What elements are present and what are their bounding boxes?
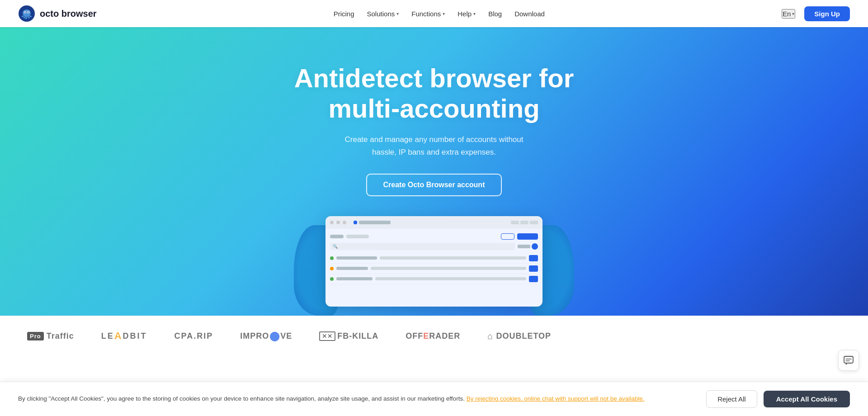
partner-leadbit: LEADBIT [101,330,147,342]
nav-solutions[interactable]: Solutions ▾ [367,10,399,18]
tab-icon [354,221,357,224]
hero-title: Antidetect browser for multi-accounting [276,63,592,123]
browser-dot-maximize [343,221,346,224]
language-selector[interactable]: En ▾ [782,9,795,19]
navbar-right: En ▾ Sign Up [782,6,850,21]
partner-offerader: OFFERADER [406,331,460,341]
solutions-chevron-icon: ▾ [396,11,399,16]
browser-search-controls [518,243,538,250]
browser-body: 🔍 [326,229,542,289]
partners-strip: Pro Traffic LEADBIT CPA.RIP IMPRO⬤VE ✕✕ … [0,316,868,356]
browser-controls [511,221,538,224]
svg-point-5 [28,12,28,13]
browser-list-item-2 [330,264,538,274]
browser-mockup: 🔍 [326,216,542,307]
logo-area: octo browser [18,5,97,22]
main-nav: Pricing Solutions ▾ Functions ▾ Help ▾ B… [334,10,545,18]
nav-functions[interactable]: Functions ▾ [411,10,445,18]
partner-doubletop: ⌂ DOUBLETOP [487,331,551,341]
partner-protraffic: Pro Traffic [27,331,74,341]
browser-search-bar: 🔍 [330,243,515,250]
hero-cta-button[interactable]: Create Octo Browser account [366,174,502,196]
svg-point-4 [24,12,25,13]
browser-dot-close [330,221,334,224]
lang-chevron-icon: ▾ [792,11,794,16]
browser-topbar [326,216,542,229]
address-bar [359,221,391,224]
functions-chevron-icon: ▾ [443,11,445,16]
hero-browser-illustration: 🔍 [307,216,561,316]
chat-icon [843,355,854,356]
chat-support-button[interactable] [838,350,859,356]
browser-btn-outline [501,233,514,240]
logo-text: octo browser [40,9,97,19]
partner-cparip: CPA.RIP [175,331,213,341]
hero-section: Antidetect browser for multi-accounting … [0,27,868,316]
nav-help[interactable]: Help ▾ [458,10,476,18]
browser-btn-blue [517,233,538,240]
partner-improve: IMPRO⬤VE [240,331,292,341]
browser-list-item-3 [330,274,538,284]
nav-blog[interactable]: Blog [488,10,502,18]
browser-search-row: 🔍 [330,243,538,250]
status-dot-green [330,256,334,260]
browser-dot-minimize [336,221,340,224]
refresh-icon [532,243,538,250]
hero-subtitle: Create and manage any number of accounts… [335,133,533,158]
nav-pricing[interactable]: Pricing [334,10,354,18]
browser-list-item-1 [330,253,538,264]
status-dot-orange [330,267,334,270]
partner-fbkilla: ✕✕ FB-KILLA [319,331,378,341]
navbar: octo browser Pricing Solutions ▾ Functio… [0,0,868,27]
status-dot-green-2 [330,277,334,281]
logo-icon [18,5,35,22]
nav-download[interactable]: Download [514,10,545,18]
search-icon: 🔍 [333,244,338,249]
help-chevron-icon: ▾ [473,11,476,16]
browser-toolbar-row [330,233,538,240]
signup-button[interactable]: Sign Up [804,6,850,21]
